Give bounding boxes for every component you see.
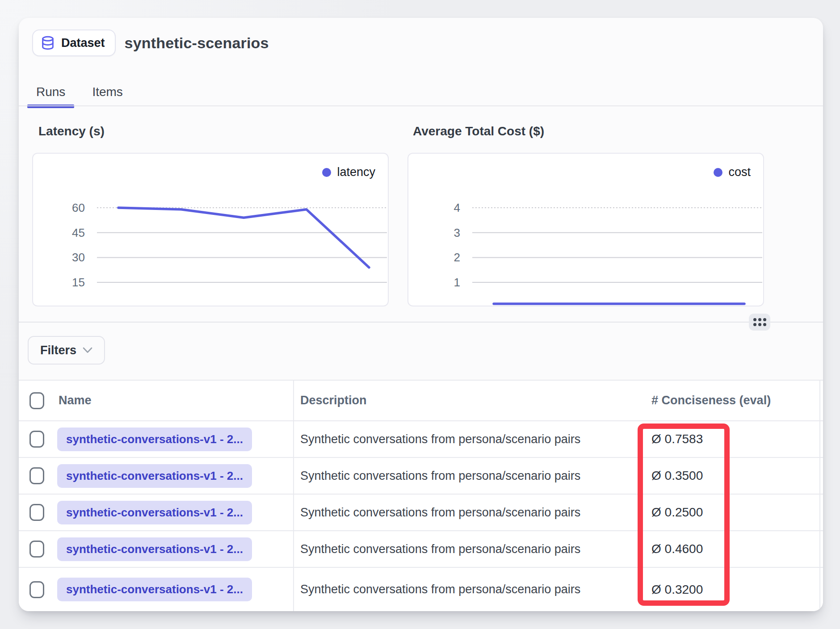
column-divider (293, 380, 294, 611)
table-right-border (819, 380, 820, 611)
database-icon (40, 35, 55, 51)
drag-handle-dots-icon (753, 318, 766, 326)
table-row[interactable]: synthetic-conversations-v1 - 2... Synthe… (19, 568, 823, 611)
table-row[interactable]: synthetic-conversations-v1 - 2... Synthe… (19, 495, 823, 531)
conciseness-value: Ø 0.2500 (651, 505, 703, 519)
tab-bar: Runs Items (27, 80, 132, 105)
latency-legend-label: latency (337, 165, 375, 179)
tab-runs[interactable]: Runs (27, 80, 74, 105)
page-title: synthetic-scenarios (125, 34, 269, 52)
column-header-conciseness: # Conciseness (eval) (651, 394, 771, 407)
run-name-link[interactable]: synthetic-conversations-v1 - 2... (57, 428, 252, 451)
conciseness-value: Ø 0.3200 (651, 583, 703, 596)
table-row[interactable]: synthetic-conversations-v1 - 2... Synthe… (19, 421, 823, 458)
run-name-link[interactable]: synthetic-conversations-v1 - 2... (57, 578, 252, 601)
svg-text:45: 45 (72, 226, 85, 239)
latency-chart-title: Latency (s) (38, 124, 105, 138)
row-checkbox[interactable] (29, 541, 44, 558)
latency-legend-dot-icon (322, 168, 331, 177)
runs-table: Name Description # Conciseness (eval) sy… (19, 380, 823, 611)
table-header-row: Name Description # Conciseness (eval) (19, 381, 823, 421)
run-description: Synthetic conversations from persona/sce… (300, 542, 580, 556)
chevron-down-icon (83, 347, 92, 353)
dataset-badge: Dataset (32, 29, 116, 56)
section-divider (19, 322, 823, 323)
run-name-link[interactable]: synthetic-conversations-v1 - 2... (57, 464, 252, 488)
svg-text:1: 1 (454, 276, 460, 289)
cost-legend: cost (714, 165, 751, 179)
filters-button[interactable]: Filters (28, 336, 105, 365)
column-header-name: Name (59, 394, 92, 407)
run-description: Synthetic conversations from persona/sce… (300, 506, 580, 519)
svg-text:2: 2 (454, 251, 460, 264)
cost-legend-dot-icon (714, 168, 722, 177)
dataset-badge-label: Dataset (61, 36, 105, 50)
tabs-divider (19, 105, 823, 106)
svg-text:30: 30 (72, 251, 85, 264)
table-body: synthetic-conversations-v1 - 2... Synthe… (19, 421, 823, 611)
cost-legend-label: cost (728, 165, 751, 179)
select-all-checkbox[interactable] (29, 392, 44, 409)
conciseness-value: Ø 0.3500 (651, 469, 703, 482)
svg-text:4: 4 (454, 201, 460, 214)
run-description: Synthetic conversations from persona/sce… (300, 469, 580, 482)
tab-items[interactable]: Items (83, 80, 131, 105)
svg-text:3: 3 (454, 226, 460, 239)
svg-text:60: 60 (72, 201, 85, 214)
run-description: Synthetic conversations from persona/sce… (300, 583, 580, 596)
latency-chart-panel: 60453015 latency (32, 153, 389, 306)
dataset-card: Dataset synthetic-scenarios Runs Items L… (19, 18, 823, 611)
conciseness-value: Ø 0.7583 (651, 432, 703, 446)
svg-text:15: 15 (72, 276, 85, 289)
run-name-link[interactable]: synthetic-conversations-v1 - 2... (57, 501, 252, 524)
run-description: Synthetic conversations from persona/sce… (300, 432, 580, 446)
run-name-link[interactable]: synthetic-conversations-v1 - 2... (57, 537, 252, 561)
cost-chart-panel: 4321 cost (407, 153, 764, 306)
filters-button-label: Filters (40, 344, 76, 357)
row-checkbox[interactable] (29, 431, 44, 448)
table-row[interactable]: synthetic-conversations-v1 - 2... Synthe… (19, 458, 823, 495)
cost-chart-title: Average Total Cost ($) (413, 124, 544, 138)
column-header-description: Description (300, 394, 367, 407)
row-checkbox[interactable] (29, 504, 44, 521)
tab-runs-label: Runs (36, 85, 65, 99)
row-checkbox[interactable] (29, 467, 44, 484)
table-row[interactable]: synthetic-conversations-v1 - 2... Synthe… (19, 531, 823, 568)
tab-items-label: Items (92, 85, 122, 99)
header: Dataset synthetic-scenarios (32, 29, 269, 56)
drag-handle[interactable] (749, 314, 770, 331)
cost-line-chart: 4321 (408, 154, 763, 306)
row-checkbox[interactable] (29, 581, 44, 598)
conciseness-value: Ø 0.4600 (651, 542, 703, 556)
latency-legend: latency (322, 165, 375, 179)
